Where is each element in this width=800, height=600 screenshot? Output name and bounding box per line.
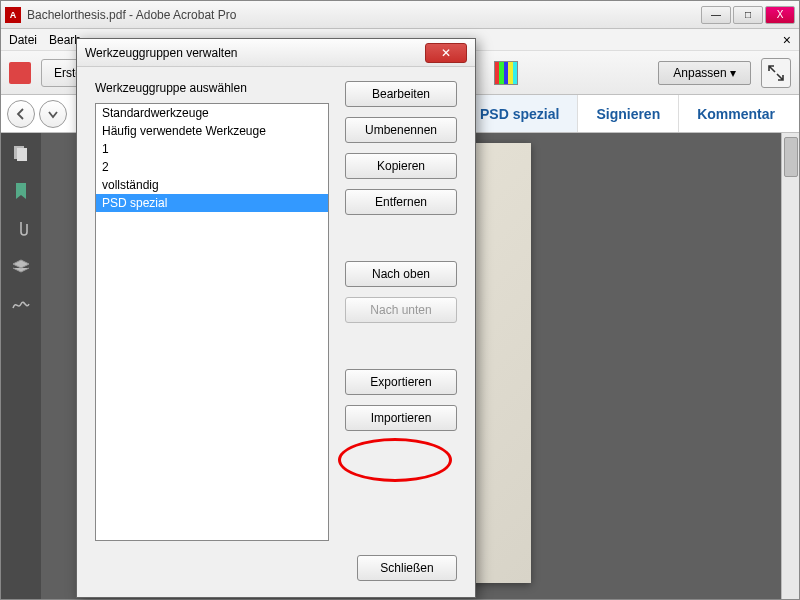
dialog-left-pane: Werkzeuggruppe auswählen Standardwerkzeu… xyxy=(95,81,329,541)
list-item[interactable]: Häufig verwendete Werkzeuge xyxy=(96,122,328,140)
menu-file[interactable]: Datei xyxy=(9,33,37,47)
list-item[interactable]: vollständig xyxy=(96,176,328,194)
nav-back-button[interactable] xyxy=(7,100,35,128)
tool-groups-listbox[interactable]: StandardwerkzeugeHäufig verwendete Werkz… xyxy=(95,103,329,541)
doc-close-button[interactable]: × xyxy=(783,32,791,48)
edit-button[interactable]: Bearbeiten xyxy=(345,81,457,107)
app-icon: A xyxy=(5,7,21,23)
scrollbar[interactable] xyxy=(781,133,799,599)
arrow-down-icon xyxy=(46,107,60,121)
rename-button[interactable]: Umbenennen xyxy=(345,117,457,143)
tab-kommentar[interactable]: Kommentar xyxy=(678,95,793,132)
move-down-button: Nach unten xyxy=(345,297,457,323)
signature-icon[interactable] xyxy=(11,295,31,315)
attachment-icon[interactable] xyxy=(11,219,31,239)
close-dialog-button[interactable]: Schließen xyxy=(357,555,457,581)
sidebar xyxy=(1,133,41,599)
pdf-icon xyxy=(9,62,31,84)
move-up-button[interactable]: Nach oben xyxy=(345,261,457,287)
dialog-close-button[interactable]: ✕ xyxy=(425,43,467,63)
layers-icon[interactable] xyxy=(11,257,31,277)
close-button[interactable]: X xyxy=(765,6,795,24)
customize-button[interactable]: Anpassen ▾ xyxy=(658,61,751,85)
scroll-thumb[interactable] xyxy=(784,137,798,177)
listbox-label: Werkzeuggruppe auswählen xyxy=(95,81,329,95)
remove-button[interactable]: Entfernen xyxy=(345,189,457,215)
dialog-footer: Schließen xyxy=(77,555,475,597)
list-item[interactable]: 1 xyxy=(96,140,328,158)
expand-icon xyxy=(768,65,784,81)
export-button[interactable]: Exportieren xyxy=(345,369,457,395)
nav-forward-button[interactable] xyxy=(39,100,67,128)
window-title: Bachelorthesis.pdf - Adobe Acrobat Pro xyxy=(27,8,701,22)
tab-signieren[interactable]: Signieren xyxy=(577,95,678,132)
arrow-left-icon xyxy=(14,107,28,121)
maximize-button[interactable]: □ xyxy=(733,6,763,24)
fullscreen-button[interactable] xyxy=(761,58,791,88)
dialog-button-column: Bearbeiten Umbenennen Kopieren Entfernen… xyxy=(345,81,457,541)
window-buttons: — □ X xyxy=(701,6,795,24)
minimize-button[interactable]: — xyxy=(701,6,731,24)
tab-psd-spezial[interactable]: PSD spezial xyxy=(461,95,577,132)
dialog-title: Werkzeuggruppen verwalten xyxy=(85,46,425,60)
import-button[interactable]: Importieren xyxy=(345,405,457,431)
dialog-titlebar: Werkzeuggruppen verwalten ✕ xyxy=(77,39,475,67)
copy-button[interactable]: Kopieren xyxy=(345,153,457,179)
dialog-body: Werkzeuggruppe auswählen Standardwerkzeu… xyxy=(77,67,475,555)
color-bars-icon[interactable] xyxy=(494,61,518,85)
svg-rect-1 xyxy=(17,148,27,161)
manage-tool-groups-dialog: Werkzeuggruppen verwalten ✕ Werkzeuggrup… xyxy=(76,38,476,598)
list-item[interactable]: Standardwerkzeuge xyxy=(96,104,328,122)
list-item[interactable]: PSD spezial xyxy=(96,194,328,212)
bookmark-icon[interactable] xyxy=(11,181,31,201)
list-item[interactable]: 2 xyxy=(96,158,328,176)
pages-icon[interactable] xyxy=(11,143,31,163)
titlebar: A Bachelorthesis.pdf - Adobe Acrobat Pro… xyxy=(1,1,799,29)
